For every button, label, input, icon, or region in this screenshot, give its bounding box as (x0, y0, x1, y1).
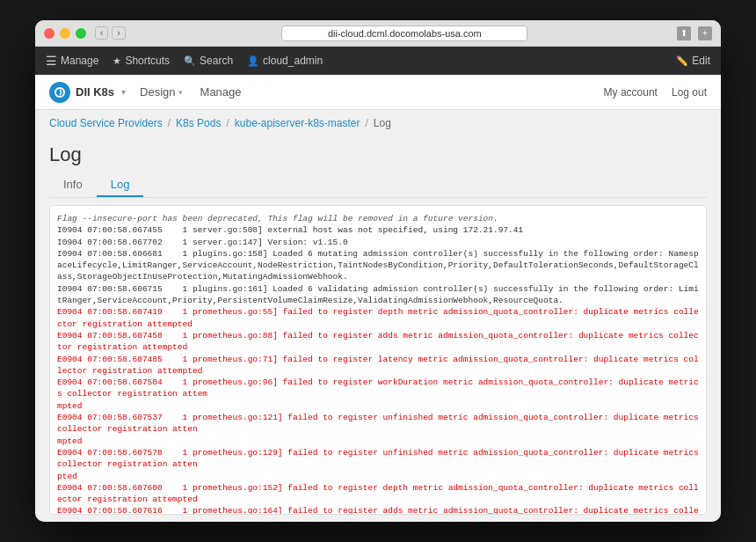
topnav: ☰ Manage ★ Shortcuts 🔍 Search 👤 cloud_ad… (35, 47, 721, 75)
design-dropdown-icon: ▾ (178, 88, 183, 97)
log-line: E0904 07:00:58.607537 1 prometheus.go:12… (57, 412, 699, 447)
page-content: Log Info Log Flag --insecure-port has be… (35, 136, 721, 522)
log-line: I0904 07:00:58.067702 1 server.go:147] V… (57, 237, 699, 248)
page-title: Log (49, 143, 707, 166)
titlebar: ‹ › dii-cloud.dcml.docomolabs-usa.com ⬆ … (35, 20, 721, 47)
breadcrumb-current: Log (374, 117, 391, 129)
breadcrumb: Cloud Service Providers / K8s Pods / kub… (35, 110, 721, 136)
log-line: Flag --insecure-port has been deprecated… (57, 213, 699, 224)
breadcrumb-sep-2: / (226, 117, 229, 129)
fullscreen-button[interactable] (76, 28, 86, 39)
appnav-manage[interactable]: Manage (200, 85, 242, 99)
topnav-search[interactable]: 🔍 Search (184, 55, 233, 67)
topnav-manage[interactable]: ☰ Manage (46, 54, 98, 68)
app-brand: DII K8s (76, 85, 114, 99)
appnav-logout[interactable]: Log out (672, 86, 707, 99)
tab-log[interactable]: Log (97, 173, 144, 197)
logo-icon (49, 82, 70, 103)
new-tab-icon[interactable]: + (698, 26, 712, 40)
url-bar[interactable]: dii-cloud.dcml.docomolabs-usa.com (281, 26, 527, 41)
traffic-lights (44, 28, 86, 39)
browser-window: ‹ › dii-cloud.dcml.docomolabs-usa.com ⬆ … (35, 20, 721, 522)
log-line: I0904 07:00:58.606715 1 plugins.go:161] … (57, 283, 699, 307)
forward-button[interactable]: › (112, 26, 125, 40)
close-button[interactable] (44, 28, 55, 39)
log-line: E0904 07:00:58.607485 1 prometheus.go:71… (57, 354, 699, 377)
appnav: DII K8s ▾ Design ▾ Manage My account Log… (35, 75, 721, 110)
titlebar-nav: ‹ › (95, 26, 126, 40)
breadcrumb-sep-3: / (366, 117, 368, 129)
svg-point-0 (55, 88, 64, 97)
log-line: I0904 07:00:58.606681 1 plugins.go:158] … (57, 248, 699, 283)
log-line: E0904 07:00:58.607616 1 prometheus.go:16… (57, 505, 699, 515)
appnav-my-account[interactable]: My account (604, 86, 658, 99)
titlebar-center: dii-cloud.dcml.docomolabs-usa.com (133, 26, 677, 41)
appnav-right: My account Log out (604, 86, 707, 99)
tab-info[interactable]: Info (49, 173, 97, 197)
minimize-button[interactable] (60, 28, 70, 39)
log-line: E0904 07:00:58.607578 1 prometheus.go:12… (57, 447, 699, 482)
share-icon[interactable]: ⬆ (677, 26, 691, 40)
back-button[interactable]: ‹ (95, 26, 108, 40)
breadcrumb-sep-1: / (168, 117, 171, 129)
log-line: E0904 07:00:58.607600 1 prometheus.go:15… (57, 482, 699, 506)
log-line: I0904 07:00:58.067455 1 server.go:508] e… (57, 224, 699, 236)
topnav-user[interactable]: 👤 cloud_admin (247, 55, 323, 67)
tabs: Info Log (49, 173, 707, 198)
app-logo[interactable]: DII K8s ▾ (49, 82, 126, 103)
titlebar-actions: ⬆ + (677, 26, 712, 40)
appnav-design[interactable]: Design ▾ (140, 85, 182, 99)
breadcrumb-kube-apiserver[interactable]: kube-apiserver-k8s-master (235, 117, 360, 129)
log-line: E0904 07:00:58.607458 1 prometheus.go:88… (57, 330, 699, 354)
appnav-menu: Design ▾ Manage (140, 85, 241, 99)
topnav-shortcuts[interactable]: ★ Shortcuts (113, 55, 170, 67)
breadcrumb-k8s-pods[interactable]: K8s Pods (176, 117, 221, 129)
log-line: E0904 07:00:58.607419 1 prometheus.go:55… (57, 306, 699, 330)
brand-dropdown-icon[interactable]: ▾ (121, 87, 126, 97)
topnav-edit[interactable]: ✏️ Edit (676, 55, 710, 67)
log-container[interactable]: Flag --insecure-port has been deprecated… (49, 205, 707, 515)
breadcrumb-cloud-service-providers[interactable]: Cloud Service Providers (49, 117, 163, 129)
log-line: E0904 07:00:58.607504 1 prometheus.go:96… (57, 377, 699, 412)
